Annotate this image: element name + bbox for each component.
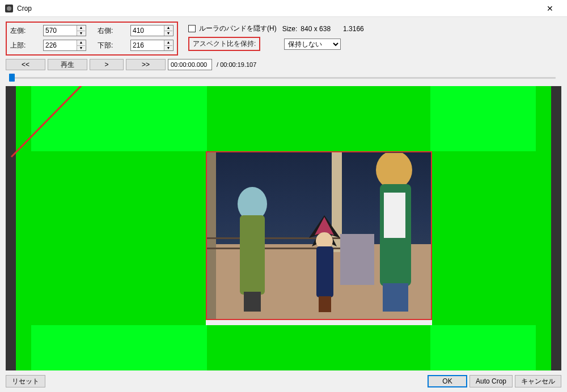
letterbox-left — [6, 86, 16, 370]
letterbox-right — [551, 86, 561, 370]
crop-bottom-spinner[interactable]: ▲▼ — [130, 40, 174, 51]
spin-down-icon[interactable]: ▼ — [77, 46, 85, 51]
ratio-value: 1.3166 — [343, 25, 364, 33]
crop-mask-left — [16, 151, 206, 325]
crop-left-input[interactable] — [44, 25, 77, 36]
spin-up-icon[interactable]: ▲ — [77, 25, 85, 31]
size-value: 840 x 638 — [301, 25, 331, 33]
crop-band — [430, 86, 536, 151]
crop-band — [430, 325, 536, 370]
crop-right-label: 右側: — [98, 26, 119, 36]
crop-left-label: 左側: — [10, 26, 32, 36]
spin-up-icon[interactable]: ▲ — [164, 40, 172, 46]
crop-right-spinner[interactable]: ▲▼ — [130, 25, 174, 36]
spin-down-icon[interactable]: ▼ — [164, 46, 172, 51]
svg-rect-7 — [319, 296, 331, 312]
crop-inputs-panel: 左側: ▲▼ 右側: ▲▼ 上部: ▲▼ 下部: ▲▼ — [6, 22, 178, 56]
auto-crop-button[interactable]: Auto Crop — [469, 375, 513, 387]
svg-rect-11 — [383, 283, 408, 312]
hide-ruler-label: ルーラのパンドを隠す(H) — [199, 24, 277, 33]
aspect-select[interactable]: 保持しない — [284, 39, 341, 50]
duration-label: / 00:00:19.107 — [214, 61, 256, 68]
video-character — [224, 184, 281, 314]
svg-rect-10 — [384, 193, 405, 238]
spin-down-icon[interactable]: ▼ — [77, 31, 85, 36]
spin-up-icon[interactable]: ▲ — [77, 40, 85, 46]
video-table — [340, 234, 374, 285]
video-character — [366, 153, 428, 314]
reset-button[interactable]: リセット — [6, 375, 45, 387]
svg-point-1 — [7, 6, 11, 11]
window-title: Crop — [17, 5, 537, 12]
play-button[interactable]: 再生 — [48, 59, 87, 70]
ok-button[interactable]: OK — [428, 375, 467, 387]
crop-top-spinner[interactable]: ▲▼ — [43, 40, 86, 51]
current-time-field[interactable]: 00:00:00.000 — [168, 59, 212, 70]
crop-bottom-input[interactable] — [131, 40, 164, 50]
svg-rect-6 — [316, 246, 333, 297]
size-label: Size: — [282, 25, 298, 33]
spin-up-icon[interactable]: ▲ — [164, 25, 172, 31]
forward-button[interactable]: > — [90, 59, 124, 70]
crop-top-label: 上部: — [10, 41, 32, 50]
crop-mask-right — [432, 151, 551, 325]
aspect-label-box: アスペクト比を保持: — [188, 37, 260, 51]
hide-ruler-checkbox[interactable] — [188, 25, 196, 32]
svg-rect-4 — [244, 292, 261, 312]
svg-rect-3 — [240, 215, 265, 295]
titlebar: Crop ✕ — [0, 0, 567, 17]
crop-band — [31, 86, 207, 151]
video-pillar — [207, 152, 216, 319]
svg-point-8 — [376, 153, 412, 189]
slider-track — [11, 77, 556, 79]
aspect-label: アスペクト比を保持: — [193, 40, 256, 48]
crop-left-spinner[interactable]: ▲▼ — [43, 25, 86, 36]
crop-top-input[interactable] — [44, 40, 77, 50]
app-icon — [5, 4, 14, 13]
crop-bottom-label: 下部: — [98, 41, 119, 50]
close-button[interactable]: ✕ — [537, 0, 562, 17]
forward-fast-button[interactable]: >> — [126, 59, 166, 70]
timeline-slider[interactable] — [6, 73, 561, 83]
spin-down-icon[interactable]: ▼ — [164, 31, 172, 36]
crop-right-input[interactable] — [131, 25, 164, 36]
crop-frame[interactable] — [206, 151, 432, 320]
cancel-button[interactable]: キャンセル — [515, 375, 561, 387]
slider-thumb[interactable] — [9, 74, 15, 82]
preview-area[interactable] — [6, 86, 561, 370]
rewind-fast-button[interactable]: << — [6, 59, 45, 70]
crop-band — [31, 325, 207, 370]
